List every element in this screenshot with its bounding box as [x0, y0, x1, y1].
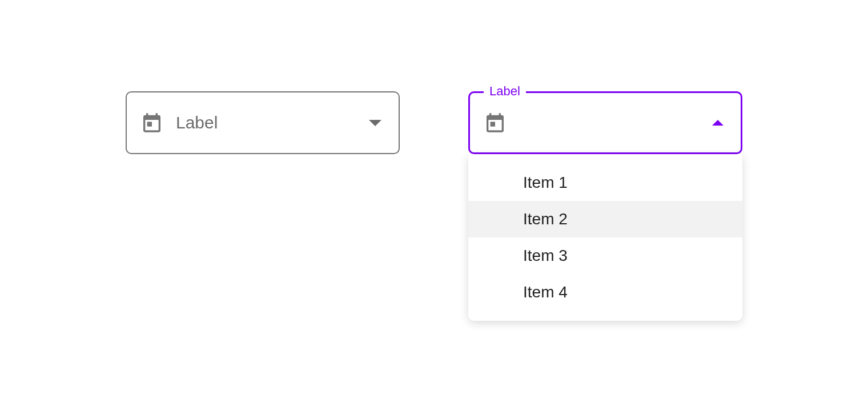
- dropdown-item-label: Item 1: [523, 174, 568, 192]
- dropdown-item[interactable]: Item 4: [468, 274, 742, 311]
- chevron-up-icon: [712, 120, 724, 126]
- select-floating-label: Label: [484, 85, 526, 98]
- dropdown-item[interactable]: Item 3: [468, 237, 742, 274]
- calendar-icon: [484, 111, 507, 134]
- select-placeholder: Label: [176, 113, 369, 132]
- calendar-icon: [140, 111, 163, 134]
- dropdown-item-label: Item 4: [523, 283, 568, 301]
- select-closed[interactable]: Label: [126, 91, 400, 154]
- chevron-down-icon: [369, 120, 381, 126]
- svg-rect-0: [147, 122, 152, 126]
- dropdown-item[interactable]: Item 2: [468, 201, 742, 237]
- select-open[interactable]: Label: [468, 91, 742, 154]
- dropdown-item-label: Item 3: [523, 247, 568, 265]
- dropdown-item-label: Item 2: [523, 210, 568, 228]
- select-open-wrapper: Label Item 1 Item 2 Item 3 Item 4: [468, 91, 742, 154]
- dropdown-menu: Item 1 Item 2 Item 3 Item 4: [468, 154, 742, 321]
- dropdown-item[interactable]: Item 1: [468, 164, 742, 201]
- svg-rect-1: [491, 122, 495, 126]
